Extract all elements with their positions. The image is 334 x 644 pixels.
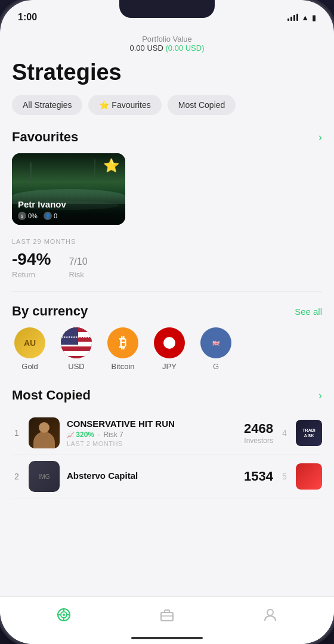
favourite-star-icon: ⭐ [103,158,119,174]
investors-label-1: Investors [244,436,273,445]
status-time: 1:00 [18,12,37,23]
phone-frame: 1:00 ▲ ▮ Portfolio Value 0.00 USD [0,0,334,644]
dollar-icon: $ [18,212,26,220]
gbp-icon: 🇬🇧 [200,327,231,358]
signal-bar-2 [290,17,292,21]
return-badge-1: 📈 320% [67,431,94,439]
performance-section: LAST 29 MONTHS -94% Return 7/10 Risk [12,231,322,292]
favourites-title: Favourites [12,129,78,145]
signal-bars-icon [287,14,298,21]
card-profit-stat: $ 0% [18,212,38,220]
trend-card-1: TRADIA SK [296,420,322,446]
jpy-label: JPY [162,362,177,371]
copied-item-1[interactable]: 1 CONSERVATIVE HIT RUN [12,411,322,455]
favourites-arrow[interactable]: › [318,131,322,144]
currency-title: By currency [12,304,88,319]
nav-profile[interactable] [262,606,279,623]
nav-strategies[interactable] [55,606,72,623]
currency-item-gbp[interactable]: 🇬🇧 G [198,327,234,371]
portfolio-value: 0.00 USD (0.00 USD) [12,44,322,52]
tab-all-strategies[interactable]: All Strategies [12,95,82,115]
page-title: Strategies [12,60,322,85]
copied-info-1: CONSERVATIVE HIT RUN 📈 320% · Risk 7 LAS… [67,419,237,447]
gold-icon: AU [14,327,45,358]
portfolio-header: Portfolio Value 0.00 USD (0.00 USD) [0,30,334,60]
rank-right-2: 5 [280,472,289,481]
filter-tabs: All Strategies ⭐ Favourites Most Copied [12,95,322,115]
jpy-icon [154,327,185,358]
tab-favourites[interactable]: ⭐ Favourites [88,95,161,115]
risk-label: Risk [69,270,87,279]
currency-item-jpy[interactable]: JPY [151,327,187,371]
status-icons: ▲ ▮ [287,13,316,22]
strategies-nav-icon [55,606,72,623]
most-copied-title: Most Copied [12,388,91,403]
rank-right-1: 4 [280,428,289,438]
strategy-sub-1: 📈 320% · Risk 7 [67,431,237,439]
perf-row: -94% Return 7/10 Risk [12,250,322,279]
risk-stat: 7/10 Risk [69,250,87,279]
signal-bar-3 [293,15,295,21]
avatar-1 [29,417,60,448]
target-icon [56,607,72,623]
return-label: Return [12,270,51,279]
strategy-name-1: CONSERVATIVE HIT RUN [67,419,237,429]
card-trader-name: Petr Ivanov [18,199,119,209]
signal-bar-4 [296,14,298,21]
investors-count-2: 1534 [244,469,273,484]
favourites-card[interactable]: ⭐ Petr Ivanov $ 0% 👤 0 [12,153,125,225]
tab-most-copied[interactable]: Most Copied [168,95,236,115]
battery-icon: ▮ [312,13,316,22]
svg-rect-7 [161,612,173,621]
currency-item-btc[interactable]: ₿ Bitcoin [105,327,141,371]
most-copied-header: Most Copied › [12,388,322,403]
nav-portfolio[interactable] [159,606,175,623]
portfolio-label: Portfolio Value [12,35,322,44]
svg-point-2 [63,614,65,616]
duration-label: LAST 29 MONTHS [12,238,322,245]
usd-flag-icon: ★★★★★★★★★★★★★★★★★★★★★★★★★★★★★★★★★★★★★★★★… [61,327,92,358]
currency-item-usd[interactable]: ★★★★★★★★★★★★★★★★★★★★★★★★★★★★★★★★★★★★★★★★… [58,327,94,371]
investors-2: 1534 [244,469,273,484]
return-value: -94% [12,250,51,269]
rank-2: 2 [12,472,21,481]
wifi-icon: ▲ [301,13,309,22]
gold-label: Gold [21,362,38,371]
trend-graphic-2 [296,463,322,490]
main-content: Strategies All Strategies ⭐ Favourites M… [0,60,334,499]
currency-items: AU Gold [12,327,322,373]
card-content: Petr Ivanov $ 0% 👤 0 [12,194,125,225]
copied-info-2: Abstervo Capital [67,470,237,482]
profile-nav-icon [262,606,279,623]
portfolio-nav-icon [159,606,175,623]
copied-item-2[interactable]: 2 IMG Abstervo Capital 1534 5 [12,455,322,499]
usd-label: USD [68,362,84,371]
jpy-circle-icon [163,337,175,349]
currency-section-header: By currency See all [12,304,322,319]
card-followers-stat: 👤 0 [44,212,57,220]
currency-item-gold[interactable]: AU Gold [12,327,48,371]
rank-1: 1 [12,428,21,438]
gbp-label: G [213,362,219,371]
svg-point-9 [267,609,273,615]
notch [119,0,215,18]
portfolio-change: (0.00 USD) [165,44,204,52]
duration-1: LAST 2 MONTHS [67,440,237,447]
trend-card-2 [296,463,322,490]
person-icon: 👤 [44,212,52,220]
card-stats: $ 0% 👤 0 [18,212,119,220]
investors-count-1: 2468 [244,421,273,436]
most-copied-arrow[interactable]: › [318,389,322,402]
risk-value: 7/10 [69,250,87,269]
scroll-content[interactable]: Portfolio Value 0.00 USD (0.00 USD) Stra… [0,30,334,602]
btc-label: Bitcoin [111,362,134,371]
briefcase-icon [159,607,175,623]
most-copied-section: Most Copied › 1 [12,388,322,499]
favourites-section-header: Favourites › [12,129,322,145]
return-stat: -94% Return [12,250,51,279]
currency-see-all[interactable]: See all [295,306,322,317]
investors-1: 2468 Investors [244,421,273,445]
avatar-2: IMG [29,461,60,492]
strategy-name-2: Abstervo Capital [67,470,237,481]
signal-bar-1 [287,18,289,21]
